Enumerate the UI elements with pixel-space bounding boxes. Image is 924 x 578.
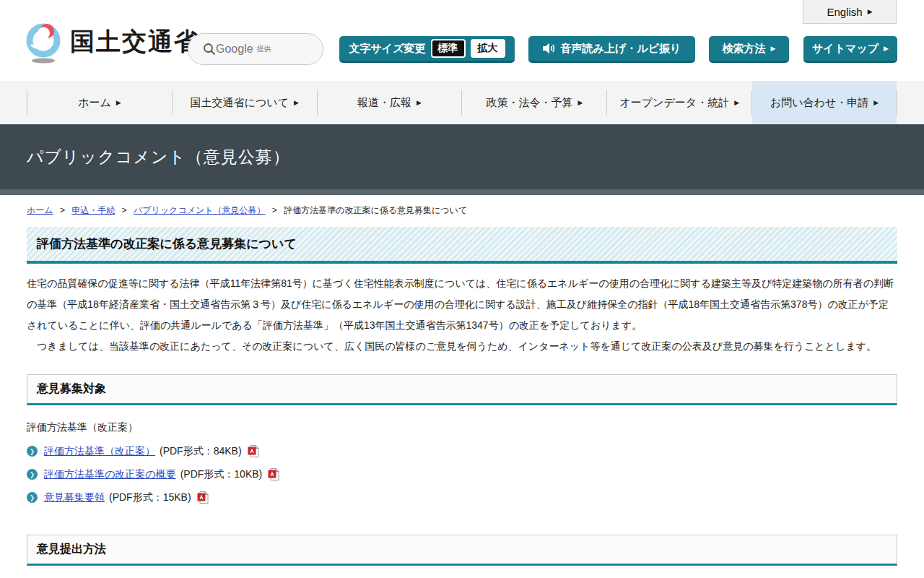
site-header: 国土交通省 Google 提供 English ▶ 文字サイズ変更 標準 拡大 bbox=[0, 0, 924, 81]
font-size-large-button[interactable]: 拡大 bbox=[471, 39, 505, 58]
breadcrumb-current: 評価方法基準の改正案に係る意見募集について bbox=[284, 205, 467, 215]
breadcrumb: ホーム > 申込・手続 > パブリックコメント（意見公募） > 評価方法基準の改… bbox=[27, 204, 897, 217]
english-label: English bbox=[827, 6, 862, 18]
pdf-file-size: (PDF形式：10KB) bbox=[180, 468, 263, 481]
chevron-bullet-icon: ❯ bbox=[27, 492, 38, 503]
arrow-right-icon: ▶ bbox=[873, 99, 879, 106]
font-size-control: 文字サイズ変更 標準 拡大 bbox=[339, 36, 515, 63]
font-size-label: 文字サイズ変更 bbox=[349, 42, 425, 56]
arrow-right-icon: ▶ bbox=[294, 99, 299, 106]
site-logo[interactable]: 国土交通省 bbox=[24, 19, 200, 65]
search-icon bbox=[203, 43, 216, 56]
nav-item-home[interactable]: ホーム ▶ bbox=[27, 81, 172, 124]
sitemap-button[interactable]: サイトマップ ▶ bbox=[803, 36, 897, 63]
pdf-link-draft[interactable]: 評価方法基準（改正案） bbox=[44, 445, 155, 458]
page-title-band: パブリックコメント（意見公募） bbox=[0, 124, 924, 189]
breadcrumb-link-procedures[interactable]: 申込・手続 bbox=[71, 205, 115, 215]
search-placeholder-brand: Google bbox=[216, 43, 253, 56]
page: 国土交通省 Google 提供 English ▶ 文字サイズ変更 標準 拡大 bbox=[0, 0, 924, 578]
pdf-link-guidelines[interactable]: 意見募集要領 bbox=[44, 491, 105, 504]
arrow-right-icon: ▶ bbox=[868, 8, 873, 15]
list-item: ❯ 意見募集要領 (PDF形式：15KB) bbox=[27, 491, 897, 504]
pdf-icon bbox=[248, 444, 260, 458]
arrow-right-icon: ▶ bbox=[771, 45, 776, 52]
breadcrumb-separator: > bbox=[122, 205, 127, 215]
page-title-band-strip bbox=[0, 189, 924, 195]
pdf-link-list: ❯ 評価方法基準（改正案） (PDF形式：84KB) ❯ 評価方法基準の改正案の… bbox=[27, 444, 897, 504]
logo-text: 国土交通省 bbox=[70, 25, 200, 59]
pdf-file-size: (PDF形式：15KB) bbox=[109, 491, 191, 504]
intro-paragraph-2: つきましては、当該基準の改正にあたって、その改正案について、広く国民の皆様のご意… bbox=[27, 336, 897, 357]
list-item: ❯ 評価方法基準（改正案） (PDF形式：84KB) bbox=[27, 444, 897, 458]
search-method-button[interactable]: 検索方法 ▶ bbox=[709, 36, 789, 63]
sitemap-label: サイトマップ bbox=[812, 42, 879, 56]
speaker-icon bbox=[543, 43, 555, 54]
arrow-right-icon: ▶ bbox=[578, 99, 583, 106]
pdf-icon bbox=[197, 491, 209, 504]
pdf-icon bbox=[268, 467, 280, 481]
search-placeholder-suffix: 提供 bbox=[257, 44, 271, 54]
pdf-link-overview[interactable]: 評価方法基準の改正案の概要 bbox=[44, 468, 176, 481]
nav-item-label: 政策・法令・予算 bbox=[486, 96, 572, 110]
main-content: ホーム > 申込・手続 > パブリックコメント（意見公募） > 評価方法基準の改… bbox=[27, 204, 897, 566]
arrow-right-icon: ▶ bbox=[884, 45, 889, 52]
breadcrumb-link-home[interactable]: ホーム bbox=[27, 205, 53, 215]
search-input[interactable]: Google 提供 bbox=[188, 33, 323, 65]
intro-paragraph-1: 住宅の品質確保の促進等に関する法律（平成11年法律第81号）に基づく住宅性能表示… bbox=[27, 273, 897, 336]
arrow-right-icon: ▶ bbox=[116, 99, 121, 106]
nav-item-about[interactable]: 国土交通省について ▶ bbox=[173, 81, 317, 124]
nav-item-press[interactable]: 報道・広報 ▶ bbox=[318, 81, 462, 124]
breadcrumb-link-public-comment[interactable]: パブリックコメント（意見公募） bbox=[134, 205, 266, 215]
breadcrumb-separator: > bbox=[60, 205, 65, 215]
pdf-file-size: (PDF形式：84KB) bbox=[160, 445, 242, 458]
mlit-logo-icon bbox=[24, 19, 66, 65]
section-lead: 評価方法基準（改正案） bbox=[27, 421, 897, 434]
arrow-right-icon: ▶ bbox=[734, 99, 739, 106]
arrow-right-icon: ▶ bbox=[417, 99, 422, 106]
nav-item-contact[interactable]: お問い合わせ・申請 ▶ bbox=[752, 81, 897, 124]
nav-item-label: オープンデータ・統計 bbox=[619, 96, 729, 110]
breadcrumb-separator: > bbox=[272, 205, 277, 215]
nav-item-label: 報道・広報 bbox=[357, 96, 411, 110]
nav-item-label: お問い合わせ・申請 bbox=[770, 96, 868, 110]
list-item: ❯ 評価方法基準の改正案の概要 (PDF形式：10KB) bbox=[27, 467, 897, 481]
global-nav: ホーム ▶ 国土交通省について ▶ 報道・広報 ▶ 政策・法令・予算 ▶ オープ… bbox=[0, 81, 924, 124]
chevron-bullet-icon: ❯ bbox=[27, 469, 38, 480]
article-heading: 評価方法基準の改正案に係る意見募集について bbox=[27, 227, 897, 264]
search-method-label: 検索方法 bbox=[723, 42, 766, 56]
section-title-target: 意見募集対象 bbox=[27, 374, 897, 405]
english-button[interactable]: English ▶ bbox=[803, 0, 897, 24]
section-title-how-to-submit: 意見提出方法 bbox=[27, 535, 897, 566]
audio-reading-button[interactable]: 音声読み上げ・ルビ振り bbox=[528, 36, 695, 63]
chevron-bullet-icon: ❯ bbox=[27, 446, 38, 457]
page-title: パブリックコメント（意見公募） bbox=[27, 146, 290, 168]
nav-item-opendata[interactable]: オープンデータ・統計 ▶ bbox=[607, 81, 751, 124]
font-size-standard-button[interactable]: 標準 bbox=[431, 39, 466, 58]
intro-paragraphs: 住宅の品質確保の促進等に関する法律（平成11年法律第81号）に基づく住宅性能表示… bbox=[27, 273, 897, 357]
audio-reading-label: 音声読み上げ・ルビ振り bbox=[561, 42, 681, 56]
nav-item-label: ホーム bbox=[78, 96, 111, 110]
nav-item-label: 国土交通省について bbox=[191, 96, 289, 110]
nav-item-policy[interactable]: 政策・法令・予算 ▶ bbox=[462, 81, 606, 124]
nav-divider bbox=[897, 90, 897, 115]
